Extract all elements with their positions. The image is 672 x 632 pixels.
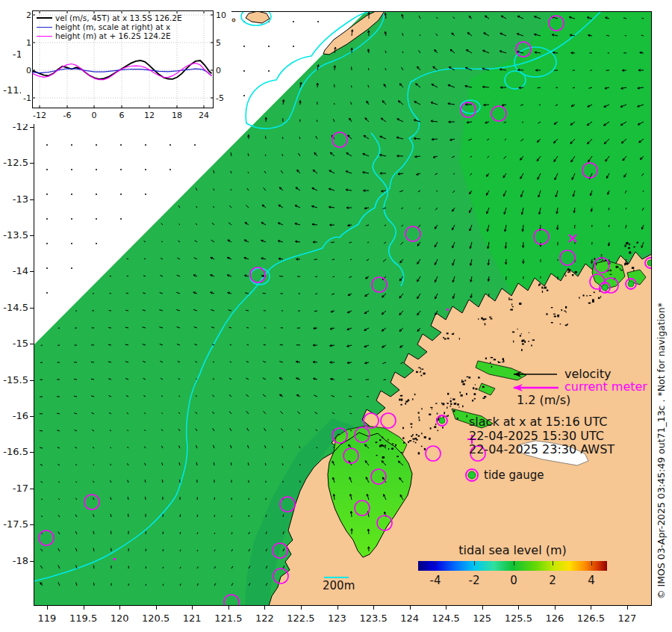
y-tick-label: -16.5 <box>0 447 28 457</box>
slack-time-block: slack at x at 15:16 UTC 22-04-2025 15:30… <box>469 415 615 457</box>
inset-legend-label: height (m) at + 16.2S 124.2E <box>55 32 171 40</box>
slack-line-2: 22-04-2025 15:30 UTC <box>469 430 615 444</box>
colorbar-tick-label: 2 <box>538 574 567 587</box>
x-tick-label: 127 <box>605 613 650 624</box>
y-tick-mark <box>30 380 34 381</box>
tide-gauge-legend-label: tide gauge <box>484 468 544 482</box>
x-tick-mark <box>591 606 591 610</box>
scalebar-label: 200m <box>323 579 355 592</box>
colorbar-title: tidal sea level (m) <box>418 543 607 557</box>
inset-x-tick-label: 6 <box>111 111 133 120</box>
inset-timeseries-panel: 210-1 1050-5 -12-606121824 vel (m/s, 45T… <box>21 6 231 124</box>
inset-left-tick-label: -1 <box>21 93 31 103</box>
inset-legend-swatch <box>37 36 52 37</box>
inset-x-tick-label: 12 <box>138 111 161 120</box>
inset-legend-item: vel (m/s, 45T) at x 13.5S 126.2E <box>37 13 182 22</box>
slack-line-3: 22-04-2025 23:30 AWST <box>469 443 615 457</box>
colorbar-tick <box>553 561 553 566</box>
y-tick-label: -17.5 <box>0 519 28 530</box>
colorbar-tick-label: -4 <box>420 574 450 587</box>
y-tick-mark <box>30 524 34 525</box>
y-tick-mark <box>30 561 34 562</box>
x-tick-mark <box>47 606 48 610</box>
inset-right-tick-label: -5 <box>216 93 232 103</box>
inset-legend-label: height (m, scale at right) at x <box>55 23 170 31</box>
y-tick-mark <box>30 163 34 164</box>
x-tick-mark <box>373 606 374 610</box>
inset-series-1 <box>33 69 212 76</box>
x-tick-mark <box>555 606 556 610</box>
colorbar-tick <box>435 561 436 566</box>
y-tick-label: -14.5 <box>0 303 28 313</box>
y-tick-mark <box>30 127 34 128</box>
y-tick-label: -15 <box>0 338 28 349</box>
y-tick-label: -15.5 <box>0 375 28 385</box>
y-tick-label: -13 <box>0 194 28 205</box>
slack-line-1: slack at x at 15:16 UTC <box>469 415 615 430</box>
colorbar: -4-2024 <box>418 561 607 571</box>
x-tick-mark <box>228 606 229 610</box>
y-tick-mark <box>30 271 34 272</box>
y-tick-mark <box>30 416 34 417</box>
x-tick-mark <box>446 606 447 610</box>
x-tick-mark <box>337 606 338 610</box>
colorbar-tick <box>474 561 475 566</box>
x-tick-mark <box>192 606 193 610</box>
inset-left-tick-label: 2 <box>21 10 31 20</box>
colorbar-tick <box>514 561 514 566</box>
colorbar-tick-label: 0 <box>499 574 529 587</box>
speed-scale-label: 1.2 (m/s) <box>517 393 570 407</box>
tide-gauge-icon <box>464 468 479 483</box>
current-meter-legend-label: current meter <box>564 379 647 394</box>
y-tick-label: -17 <box>0 483 28 494</box>
velocity-arrow-icon <box>512 369 560 379</box>
x-tick-mark <box>84 606 84 610</box>
inset-left-tick-label: 1 <box>21 38 31 48</box>
x-tick-mark <box>301 606 302 610</box>
inset-left-tick-label: 0 <box>21 66 31 75</box>
colorbar-tick-label: 4 <box>576 574 606 587</box>
inset-curves <box>33 61 212 80</box>
inset-x-tick-label: -6 <box>56 111 78 120</box>
inset-legend-item: height (m) at + 16.2S 124.2E <box>37 31 171 40</box>
y-tick-mark <box>30 199 34 200</box>
y-tick-label: -16 <box>0 411 28 421</box>
tidal-map-figure: -11-11.5-12-12.5-13-13.5-14-14.5-15-15.5… <box>0 0 672 632</box>
inset-right-tick-label: 10 <box>216 10 232 20</box>
x-tick-mark <box>156 606 157 610</box>
current-meter-arrow-icon <box>512 382 561 393</box>
scalebar-line <box>324 577 349 578</box>
colorbar-tick <box>591 561 592 566</box>
inset-legend-swatch <box>37 27 52 28</box>
inset-x-tick-label: 24 <box>193 111 215 120</box>
y-tick-mark <box>30 344 34 344</box>
x-tick-mark <box>482 606 483 610</box>
inset-right-tick-label: 0 <box>216 66 232 75</box>
y-tick-label: -18 <box>0 556 28 566</box>
x-tick-mark <box>264 606 265 610</box>
x-tick-mark <box>410 606 411 610</box>
x-tick-mark <box>518 606 519 610</box>
y-tick-mark <box>30 452 34 453</box>
copyright-text: © IMOS 03-Apr-2025 03:45:49 out71_13c . … <box>656 303 667 599</box>
y-tick-mark <box>30 489 34 489</box>
y-tick-label: -12.5 <box>0 158 28 168</box>
inset-x-tick-label: -12 <box>28 111 51 120</box>
colorbar-tick-label: -2 <box>459 574 489 587</box>
inset-right-tick-label: 5 <box>216 38 232 48</box>
y-tick-label: -14 <box>0 266 28 276</box>
inset-legend-label: vel (m/s, 45T) at x 13.5S 126.2E <box>55 14 182 22</box>
inset-legend-swatch <box>37 17 52 19</box>
y-tick-label: -13.5 <box>0 230 28 241</box>
inset-x-tick-label: 18 <box>166 111 188 120</box>
x-tick-mark <box>627 606 628 610</box>
x-tick-mark <box>119 606 120 610</box>
y-tick-mark <box>30 308 34 309</box>
y-tick-mark <box>30 235 34 236</box>
inset-series-2 <box>33 63 212 79</box>
inset-legend-item: height (m, scale at right) at x <box>37 22 170 31</box>
inset-x-tick-label: 0 <box>83 111 105 120</box>
